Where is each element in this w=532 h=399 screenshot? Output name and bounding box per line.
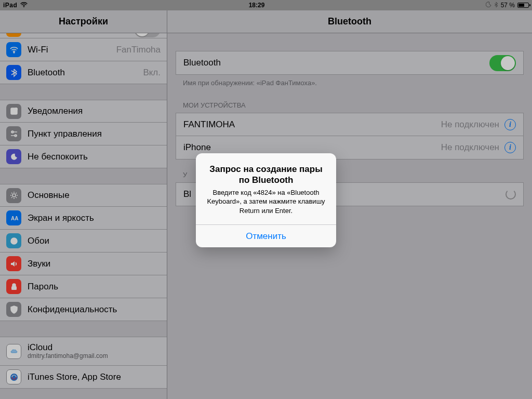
alert-cancel-button[interactable]: Отменить	[196, 224, 336, 247]
alert-title: Запрос на создание пары по Bluetooth	[204, 164, 328, 186]
alert-message: Введите код «4824» на «Bluetooth Keyboar…	[204, 188, 328, 216]
bluetooth-pairing-alert: Запрос на создание пары по Bluetooth Вве…	[196, 153, 336, 247]
